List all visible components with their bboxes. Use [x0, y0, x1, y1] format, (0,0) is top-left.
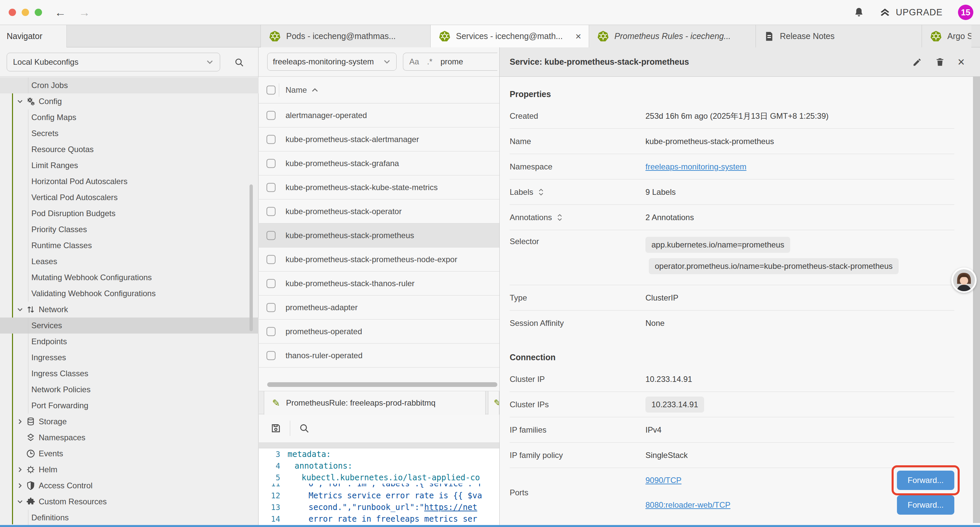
sidebar-item-network-policies[interactable]: Network Policies — [0, 382, 259, 398]
port-link[interactable]: 9090/TCP — [646, 476, 681, 485]
close-tab-icon[interactable]: × — [575, 31, 581, 42]
sidebar-search-icon[interactable] — [234, 57, 244, 67]
close-window-button[interactable] — [9, 9, 16, 16]
namespace-link[interactable]: freeleaps-monitoring-system — [646, 162, 746, 171]
tab-services-icecheng-math[interactable]: Services - icecheng@math...× — [431, 25, 589, 47]
row-checkbox[interactable] — [267, 111, 275, 120]
minimize-window-button[interactable] — [22, 9, 29, 16]
sidebar-item-runtime-classes[interactable]: Runtime Classes — [0, 237, 259, 253]
column-header-name[interactable]: Name — [286, 85, 318, 95]
sidebar-item-resource-quotas[interactable]: Resource Quotas — [0, 142, 259, 158]
forward-icon[interactable]: → — [79, 7, 90, 18]
row-checkbox[interactable] — [267, 207, 275, 216]
runbook-url-link[interactable]: https://net — [424, 503, 477, 512]
yaml-editor[interactable]: 3metadata:4annotations:5kubectl.kubernet… — [259, 449, 500, 525]
sidebar-item-priority-classes[interactable]: Priority Classes — [0, 221, 259, 237]
sidebar-item-port-forwarding[interactable]: Port Forwarding — [0, 398, 259, 414]
notifications-bell-icon[interactable] — [854, 7, 864, 18]
table-row[interactable]: kube-prometheus-stack-grafana — [259, 151, 500, 175]
resource-filter-input[interactable]: Aa .* prome — [403, 53, 497, 71]
user-avatar[interactable] — [951, 267, 977, 293]
sidebar-item-custom-resources[interactable]: Custom Resources — [0, 494, 259, 509]
table-row[interactable]: kube-prometheus-stack-thanos-ruler — [259, 272, 500, 296]
chevron-right-icon[interactable] — [17, 418, 23, 425]
sidebar-item-leases[interactable]: Leases — [0, 253, 259, 269]
sidebar-item-events[interactable]: Events — [0, 446, 259, 462]
navigator-panel-tab[interactable]: Navigator — [0, 25, 67, 47]
sidebar-item-definitions[interactable]: Definitions — [0, 509, 259, 525]
tab-release-notes[interactable]: Release Notes — [756, 25, 922, 47]
sidebar-scrollbar-thumb[interactable] — [250, 185, 253, 331]
sidebar-item-ingress-classes[interactable]: Ingress Classes — [0, 366, 259, 382]
close-drawer-icon[interactable]: × — [958, 56, 965, 68]
table-row[interactable]: prometheus-adapter — [259, 296, 500, 320]
table-row[interactable]: kube-prometheus-stack-alertmanager — [259, 127, 500, 151]
tab-pods-icecheng-mathmas[interactable]: Pods - icecheng@mathmas... — [261, 25, 431, 47]
table-row[interactable]: kube-prometheus-stack-prometheus-node-ex… — [259, 247, 500, 272]
drawer-scrollbar[interactable] — [973, 77, 980, 523]
table-row[interactable]: kube-prometheus-stack-operator — [259, 199, 500, 223]
sort-updown-icon[interactable] — [557, 213, 563, 222]
select-all-checkbox[interactable] — [267, 85, 275, 94]
sidebar-item-limit-ranges[interactable]: Limit Ranges — [0, 158, 259, 174]
sidebar-item-secrets[interactable]: Secrets — [0, 126, 259, 142]
match-case-toggle[interactable]: Aa — [409, 57, 419, 66]
edit-resource-icon[interactable] — [912, 57, 922, 67]
table-row[interactable]: kube-prometheus-stack-kube-state-metrics — [259, 175, 500, 199]
sidebar-item-ingresses[interactable]: Ingresses — [0, 350, 259, 366]
sidebar-item-network[interactable]: Network — [0, 301, 259, 318]
sort-updown-icon[interactable] — [538, 188, 544, 196]
tab-argo-se[interactable]: Argo Se — [922, 25, 971, 47]
forward-button[interactable]: Forward... — [897, 471, 954, 490]
chevron-down-icon[interactable] — [17, 98, 23, 105]
namespace-selector[interactable]: freeleaps-monitoring-system — [267, 53, 396, 71]
row-checkbox[interactable] — [267, 159, 275, 168]
editor-tab-prometheusrule[interactable]: ✎ PrometheusRule: freeleaps-prod-rabbitm… — [264, 391, 486, 415]
table-hscrollbar-thumb[interactable] — [267, 382, 497, 387]
row-checkbox[interactable] — [267, 231, 275, 240]
chevron-down-icon[interactable] — [17, 306, 23, 313]
sidebar-item-config-maps[interactable]: Config Maps — [0, 110, 259, 126]
table-row[interactable]: thanos-ruler-operated — [259, 344, 500, 368]
tab-prometheus-rules-icecheng[interactable]: Prometheus Rules - icecheng... — [589, 25, 756, 47]
notification-count-badge[interactable]: 15 — [958, 5, 973, 20]
forward-button[interactable]: Forward... — [897, 495, 954, 515]
sidebar-item-services[interactable]: Services — [0, 318, 259, 334]
table-row[interactable]: alertmanager-operated — [259, 103, 500, 127]
sidebar-item-vertical-pod-autoscalers[interactable]: Vertical Pod Autoscalers — [0, 189, 259, 205]
sidebar-item-access-control[interactable]: Access Control — [0, 478, 259, 494]
row-checkbox[interactable] — [267, 303, 275, 312]
sidebar-item-horizontal-pod-autoscalers[interactable]: Horizontal Pod Autoscalers — [0, 174, 259, 189]
maximize-window-button[interactable] — [35, 9, 42, 16]
back-icon[interactable]: ← — [55, 7, 66, 18]
row-checkbox[interactable] — [267, 183, 275, 192]
editor-line: 13second.","runbook_url":"https://net — [259, 502, 500, 513]
row-checkbox[interactable] — [267, 279, 275, 288]
kubeconfig-selector[interactable]: Local Kubeconfigs — [7, 53, 220, 72]
row-checkbox[interactable] — [267, 135, 275, 144]
sidebar-item-validating-webhook-configurations[interactable]: Validating Webhook Configurations — [0, 285, 259, 301]
sidebar-item-pod-disruption-budgets[interactable]: Pod Disruption Budgets — [0, 205, 259, 221]
row-checkbox[interactable] — [267, 351, 275, 360]
port-link[interactable]: 8080:reloader-web/TCP — [646, 500, 730, 509]
row-checkbox[interactable] — [267, 327, 275, 336]
table-row[interactable]: prometheus-operated — [259, 320, 500, 344]
chevron-right-icon[interactable] — [17, 482, 23, 489]
upgrade-button[interactable]: UPGRADE — [880, 7, 943, 18]
editor-tab-clipped[interactable]: ✎ — [488, 391, 500, 415]
sidebar-item-helm[interactable]: Helm — [0, 462, 259, 478]
sidebar-item-namespaces[interactable]: Namespaces — [0, 430, 259, 446]
sidebar-item-cron-jobs[interactable]: Cron Jobs — [0, 77, 259, 93]
table-row[interactable]: kube-prometheus-stack-prometheus — [259, 223, 500, 247]
sidebar-item-mutating-webhook-configurations[interactable]: Mutating Webhook Configurations — [0, 269, 259, 285]
sidebar-item-endpoints[interactable]: Endpoints — [0, 334, 259, 350]
sidebar-item-config[interactable]: Config — [0, 93, 259, 110]
sidebar-item-storage[interactable]: Storage — [0, 414, 259, 430]
save-icon[interactable] — [270, 423, 281, 434]
chevron-down-icon[interactable] — [17, 498, 23, 505]
regex-toggle[interactable]: .* — [427, 57, 432, 66]
row-checkbox[interactable] — [267, 255, 275, 264]
delete-resource-icon[interactable] — [935, 57, 945, 67]
chevron-right-icon[interactable] — [17, 466, 23, 473]
editor-search-icon[interactable] — [299, 423, 310, 434]
